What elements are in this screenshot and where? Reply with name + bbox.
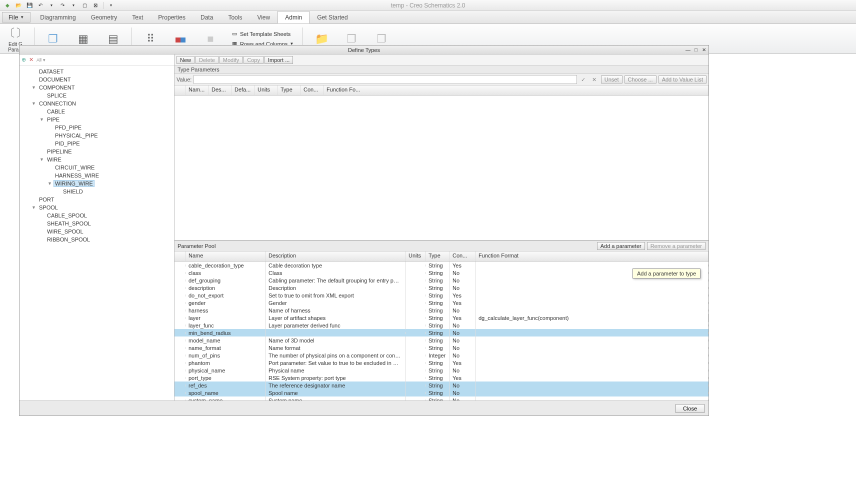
tree-item[interactable]: PORT bbox=[20, 196, 174, 204]
choose-button[interactable]: Choose ... bbox=[624, 76, 656, 84]
tree-filter-icon[interactable]: All ▾ bbox=[36, 58, 46, 62]
tree-twisty-icon[interactable]: ▼ bbox=[32, 205, 38, 210]
tree-item[interactable]: HARNESS_WIRE bbox=[20, 172, 174, 180]
type-tree[interactable]: DATASETDOCUMENT▼COMPONENTSPLICE▼CONNECTI… bbox=[20, 66, 174, 400]
add-parameter-button[interactable]: Add a parameter bbox=[597, 242, 645, 250]
type-params-grid[interactable] bbox=[174, 96, 708, 240]
table-row[interactable]: harnessName of harnessStringNo bbox=[174, 306, 708, 314]
tab-tools[interactable]: Tools bbox=[220, 11, 250, 24]
tree-item[interactable]: PID_PIPE bbox=[20, 140, 174, 148]
col-constrained[interactable]: Con... bbox=[450, 252, 476, 261]
tree-item[interactable]: WIRE_SPOOL bbox=[20, 228, 174, 236]
tree-item[interactable]: ▼CONNECTION bbox=[20, 100, 174, 108]
tree-item[interactable]: SHIELD bbox=[20, 188, 174, 196]
close-button[interactable]: Close bbox=[676, 404, 704, 413]
table-row[interactable]: cable_decoration_typeCable decoration ty… bbox=[174, 262, 708, 269]
check-icon[interactable]: ✓ bbox=[579, 75, 588, 84]
remove-parameter-button[interactable]: Remove a parameter bbox=[647, 242, 706, 250]
tab-data[interactable]: Data bbox=[193, 11, 220, 24]
tree-item[interactable]: SHEATH_SPOOL bbox=[20, 220, 174, 228]
undo-dropdown-icon[interactable]: ▼ bbox=[47, 1, 56, 10]
file-menu-button[interactable]: File ▼ bbox=[2, 12, 30, 22]
col-description[interactable]: Description bbox=[266, 252, 406, 261]
table-row[interactable]: layerLayer of artifact shapesStringYesdg… bbox=[174, 314, 708, 322]
col-name[interactable]: Name bbox=[186, 252, 266, 261]
tab-text[interactable]: Text bbox=[124, 11, 150, 24]
table-row[interactable]: layer_funcLayer parameter derived funcSt… bbox=[174, 322, 708, 329]
tab-geometry[interactable]: Geometry bbox=[84, 11, 125, 24]
col-units[interactable]: Units bbox=[254, 86, 278, 95]
tree-item[interactable]: ▼WIRING_WIRE bbox=[20, 180, 174, 188]
tree-twisty-icon[interactable]: ▼ bbox=[40, 157, 46, 162]
tree-add-icon[interactable]: ⊕ bbox=[22, 56, 26, 63]
table-row[interactable]: spool_nameSpool nameStringNo bbox=[174, 389, 708, 396]
tree-item[interactable]: CABLE_SPOOL bbox=[20, 212, 174, 220]
tree-item[interactable]: DATASET bbox=[20, 68, 174, 76]
tree-twisty-icon[interactable]: ▼ bbox=[32, 85, 38, 90]
col-type[interactable]: Type bbox=[278, 86, 300, 95]
tree-item[interactable]: DOCUMENT bbox=[20, 76, 174, 84]
tree-item[interactable]: SPLICE bbox=[20, 92, 174, 100]
table-row[interactable]: num_of_pinsThe number of physical pins o… bbox=[174, 352, 708, 359]
col-blank[interactable] bbox=[174, 252, 186, 261]
cancel-icon[interactable]: ✕ bbox=[590, 75, 599, 84]
table-row[interactable]: physical_namePhysical nameStringNo bbox=[174, 366, 708, 374]
tree-item[interactable]: PIPELINE bbox=[20, 148, 174, 156]
tree-item[interactable]: ▼PIPE bbox=[20, 116, 174, 124]
tree-twisty-icon[interactable]: ▼ bbox=[32, 101, 38, 106]
tree-item[interactable]: ▼WIRE bbox=[20, 156, 174, 164]
qat-customize-icon[interactable]: ▾ bbox=[106, 1, 116, 10]
tree-item[interactable]: CIRCUIT_WIRE bbox=[20, 164, 174, 172]
table-row[interactable]: def_groupingCabling parameter: The defau… bbox=[174, 276, 708, 284]
redo-icon[interactable]: ↷ bbox=[58, 1, 67, 10]
minimize-icon[interactable]: — bbox=[684, 46, 692, 54]
col-function-format[interactable]: Function Format bbox=[476, 252, 708, 261]
table-row[interactable]: do_not_exportSet to true to omit from XM… bbox=[174, 292, 708, 299]
col-name[interactable]: Nam... bbox=[186, 86, 208, 95]
save-icon[interactable]: 💾 bbox=[25, 1, 34, 10]
modify-button[interactable]: Modify bbox=[220, 56, 242, 64]
tree-item[interactable]: ▼COMPONENT bbox=[20, 84, 174, 92]
import-button[interactable]: Import ... bbox=[264, 56, 293, 64]
value-input[interactable] bbox=[194, 75, 576, 84]
close-icon[interactable]: ✕ bbox=[700, 46, 708, 54]
col-default[interactable]: Defa... bbox=[232, 86, 254, 95]
table-row[interactable]: name_formatName formatStringNo bbox=[174, 344, 708, 352]
col-units[interactable]: Units bbox=[406, 252, 426, 261]
add-to-value-list-button[interactable]: Add to Value List bbox=[658, 76, 706, 84]
table-row[interactable]: classClassStringNo bbox=[174, 269, 708, 276]
col-constrained[interactable]: Con... bbox=[300, 86, 324, 95]
copy-button[interactable]: Copy bbox=[244, 56, 264, 64]
redo-dropdown-icon[interactable]: ▼ bbox=[69, 1, 78, 10]
col-blank[interactable] bbox=[174, 86, 186, 95]
set-template-sheets-button[interactable]: ▭ Set Template Sheets bbox=[229, 30, 296, 38]
open-icon[interactable]: 📂 bbox=[14, 1, 23, 10]
tree-twisty-icon[interactable]: ▼ bbox=[40, 117, 46, 122]
dialog-titlebar[interactable]: Define Types — □ ✕ bbox=[20, 46, 708, 54]
table-row[interactable]: model_nameName of 3D modelStringNo bbox=[174, 336, 708, 344]
tab-view[interactable]: View bbox=[250, 11, 278, 24]
undo-icon[interactable]: ↶ bbox=[36, 1, 45, 10]
new-button[interactable]: New bbox=[176, 56, 194, 64]
table-row[interactable]: system_nameSystem nameStringNo bbox=[174, 396, 708, 400]
close-windows-icon[interactable]: ⊠ bbox=[91, 1, 100, 10]
unset-button[interactable]: Unset bbox=[601, 76, 622, 84]
pool-grid[interactable]: cable_decoration_typeCable decoration ty… bbox=[174, 262, 708, 400]
tree-item[interactable]: CABLE bbox=[20, 108, 174, 116]
tab-properties[interactable]: Properties bbox=[150, 11, 193, 24]
tree-twisty-icon[interactable]: ▼ bbox=[48, 181, 54, 186]
col-description[interactable]: Des... bbox=[208, 86, 232, 95]
tree-item[interactable]: PFD_PIPE bbox=[20, 124, 174, 132]
table-row[interactable]: genderGenderStringYes bbox=[174, 299, 708, 306]
tree-item[interactable]: PHYSICAL_PIPE bbox=[20, 132, 174, 140]
col-type[interactable]: Type bbox=[426, 252, 450, 261]
tree-item[interactable]: ▼SPOOL bbox=[20, 204, 174, 212]
tab-admin[interactable]: Admin bbox=[278, 11, 310, 24]
maximize-icon[interactable]: □ bbox=[692, 46, 700, 54]
tree-item[interactable]: RIBBON_SPOOL bbox=[20, 236, 174, 244]
table-row[interactable]: descriptionDescriptionStringNo bbox=[174, 284, 708, 292]
table-row[interactable]: port_typeRSE System property: port typeS… bbox=[174, 374, 708, 382]
tree-delete-icon[interactable]: ✕ bbox=[29, 56, 34, 63]
table-row[interactable]: min_bend_radiusStringNo bbox=[174, 329, 708, 336]
table-row[interactable]: phantomPort parameter: Set value to true… bbox=[174, 359, 708, 366]
